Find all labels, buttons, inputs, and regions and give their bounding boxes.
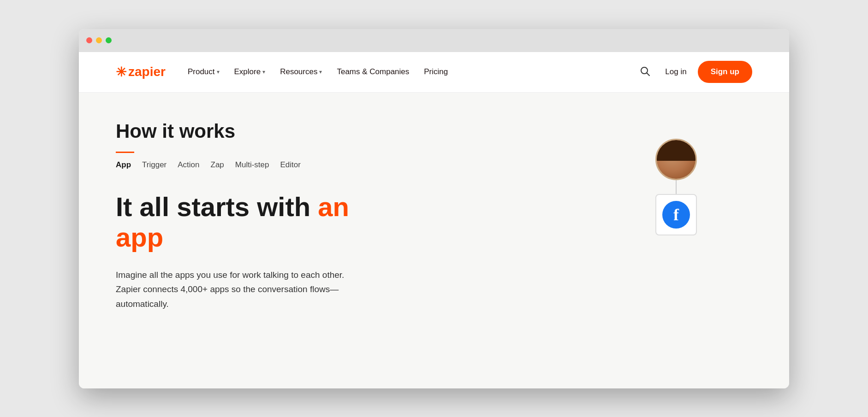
logo[interactable]: ✳ zapier — [116, 65, 166, 80]
minimize-button-icon[interactable] — [96, 37, 102, 43]
chevron-down-icon: ▾ — [319, 69, 322, 75]
browser-content: ✳ zapier Product ▾ Explore ▾ Resources ▾ — [79, 52, 789, 388]
facebook-icon: f — [662, 201, 690, 229]
close-button-icon[interactable] — [86, 37, 92, 43]
chevron-down-icon: ▾ — [262, 69, 265, 75]
browser-window: ✳ zapier Product ▾ Explore ▾ Resources ▾ — [79, 29, 789, 388]
nav-item-product[interactable]: Product ▾ — [188, 67, 220, 76]
tab-active-underline — [116, 152, 134, 153]
logo-text: ✳ zapier — [116, 65, 166, 80]
signup-label: Sign up — [711, 67, 739, 76]
nav-explore-label: Explore — [234, 67, 261, 76]
login-label: Log in — [665, 67, 686, 76]
headline-part1: It all starts with — [116, 192, 318, 222]
nav-product-label: Product — [188, 67, 215, 76]
browser-chrome — [79, 29, 789, 52]
hero-description: Imagine all the apps you use for work ta… — [116, 268, 346, 311]
logo-wordmark: zapier — [128, 65, 166, 79]
avatar-hair — [657, 140, 696, 161]
nav-links: Product ▾ Explore ▾ Resources ▾ Teams & … — [188, 67, 636, 76]
navbar: ✳ zapier Product ▾ Explore ▾ Resources ▾ — [79, 52, 789, 93]
main-content: How it works App Trigger Action Zap Mult… — [79, 93, 789, 339]
nav-item-resources[interactable]: Resources ▾ — [280, 67, 322, 76]
nav-pricing-label: Pricing — [424, 67, 448, 76]
headline-part2: app — [116, 222, 163, 252]
nav-actions: Log in Sign up — [636, 61, 752, 83]
search-button[interactable] — [636, 63, 654, 82]
signup-button[interactable]: Sign up — [698, 61, 752, 83]
facebook-app-card: f — [655, 194, 697, 235]
chevron-down-icon: ▾ — [217, 69, 220, 75]
nav-teams-label: Teams & Companies — [337, 67, 409, 76]
avatar-face — [657, 140, 696, 179]
nav-item-pricing[interactable]: Pricing — [424, 67, 448, 76]
tab-zap[interactable]: Zap — [211, 160, 224, 170]
logo-icon: ✳ — [116, 65, 126, 80]
nav-item-explore[interactable]: Explore ▾ — [234, 67, 266, 76]
hero-headline: It all starts with an app — [116, 192, 392, 253]
svg-line-1 — [647, 73, 650, 76]
search-icon — [640, 66, 650, 76]
user-avatar — [655, 139, 697, 180]
tab-app[interactable]: App — [116, 160, 131, 170]
login-button[interactable]: Log in — [665, 67, 686, 76]
tab-editor[interactable]: Editor — [280, 160, 301, 170]
illustration: f — [655, 139, 697, 235]
nav-item-teams[interactable]: Teams & Companies — [337, 67, 409, 76]
tab-trigger[interactable]: Trigger — [142, 160, 166, 170]
fullscreen-button-icon[interactable] — [106, 37, 112, 43]
connector-line — [676, 180, 677, 194]
tab-multistep[interactable]: Multi-step — [235, 160, 269, 170]
headline-highlight: an — [318, 192, 349, 222]
nav-resources-label: Resources — [280, 67, 317, 76]
tab-action[interactable]: Action — [178, 160, 199, 170]
